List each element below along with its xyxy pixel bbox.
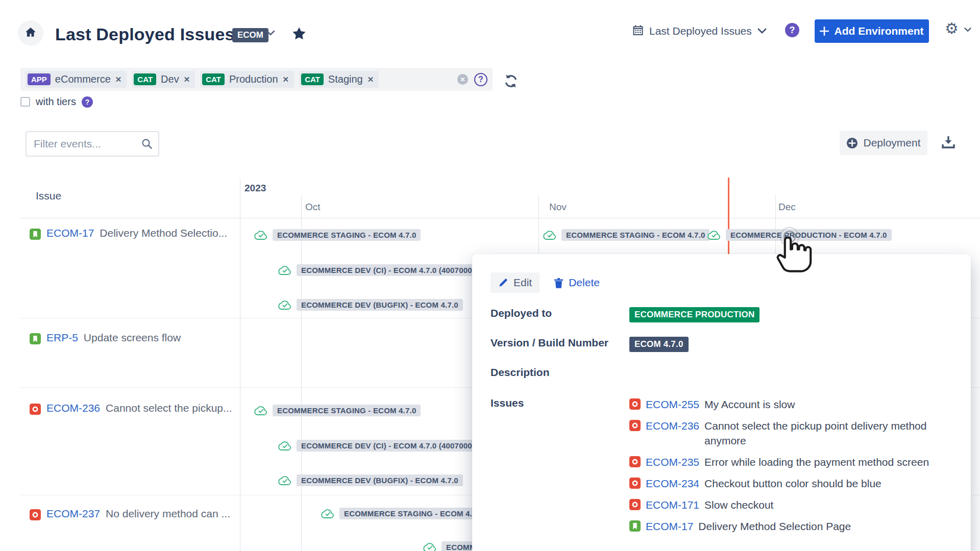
issue-key-link[interactable]: ECOM-171 bbox=[646, 497, 699, 512]
cloud-check-icon bbox=[543, 230, 557, 240]
cloud-check-icon bbox=[278, 299, 292, 310]
deployment-event[interactable]: ECOMMERCE DEV (BUGFIX) - ECOM 4.7.0 bbox=[278, 473, 463, 487]
home-icon bbox=[24, 26, 37, 41]
bug-icon bbox=[30, 509, 41, 520]
table-header-divider bbox=[20, 218, 980, 218]
favorite-star-icon[interactable] bbox=[291, 26, 307, 44]
cloud-check-icon bbox=[278, 475, 292, 486]
field-description: Description bbox=[491, 366, 952, 379]
cloud-check-icon bbox=[254, 405, 268, 416]
list-item: ECOM-234 Checkout button color should be… bbox=[629, 476, 944, 491]
pencil-icon bbox=[498, 278, 508, 288]
trash-icon bbox=[554, 278, 564, 288]
issue-key-link[interactable]: ECOM-17 bbox=[46, 227, 94, 239]
list-item: ECOM-17 Delivery Method Selection Page bbox=[629, 519, 944, 534]
bug-icon bbox=[629, 456, 641, 467]
download-icon[interactable] bbox=[941, 135, 956, 152]
month-label-oct: Oct bbox=[305, 202, 321, 213]
bug-icon bbox=[629, 478, 641, 489]
deployment-event[interactable]: ECOMMERCE STAGING - ECOM 4.7.1 bbox=[321, 506, 487, 520]
with-tiers-help-icon[interactable]: ? bbox=[82, 96, 93, 108]
remove-chip-icon[interactable]: ✕ bbox=[184, 75, 190, 84]
deployment-event[interactable]: ECOMMERCE STAGING - ECOM 4.7.0 bbox=[543, 228, 709, 242]
search-icon bbox=[141, 138, 153, 150]
cloud-check-icon bbox=[707, 230, 721, 240]
table-row-issue: ECOM-17 Delivery Method Selectio... bbox=[30, 227, 234, 240]
list-item: ECOM-255 My Account is slow bbox=[629, 397, 944, 412]
view-selector-label: Last Deployed Issues bbox=[649, 25, 752, 37]
issue-column-header: Issue bbox=[36, 190, 61, 202]
chevron-down-icon bbox=[757, 28, 767, 35]
plus-circle-icon bbox=[846, 137, 858, 149]
field-version-build: Version / Build Number ECOM 4.7.0 bbox=[491, 337, 952, 352]
list-item: ECOM-235 Error while loading the payment… bbox=[629, 455, 944, 469]
issue-key-link[interactable]: ECOM-255 bbox=[646, 397, 699, 412]
filter-chip-cat-production[interactable]: CAT Production ✕ bbox=[200, 71, 294, 88]
today-marker-line bbox=[728, 178, 729, 255]
page-title: Last Deployed Issues bbox=[55, 24, 235, 44]
cloud-check-icon bbox=[254, 230, 268, 240]
home-button[interactable] bbox=[18, 20, 43, 46]
add-deployment-button[interactable]: Deployment bbox=[840, 131, 927, 155]
month-label-dec: Dec bbox=[778, 202, 796, 213]
deployment-event[interactable]: ECOMMERCE DEV (BUGFIX) - ECOM 4.7.0 bbox=[278, 297, 463, 312]
filter-chip-app[interactable]: APP eCommerce ✕ bbox=[26, 71, 127, 88]
bug-icon bbox=[629, 420, 641, 431]
delete-button[interactable]: Delete bbox=[550, 272, 604, 293]
with-tiers-checkbox[interactable] bbox=[20, 97, 30, 107]
issue-key-link[interactable]: ECOM-234 bbox=[646, 476, 699, 491]
story-icon bbox=[30, 333, 41, 344]
field-deployed-to: Deployed to ECOMMERCE PRODUCTION bbox=[491, 307, 952, 322]
table-row-issue: ECOM-237 No delivery method can ... bbox=[30, 507, 234, 520]
list-item: ECOM-236 Cannot select the pickup point … bbox=[629, 418, 944, 448]
filter-chip-cat-staging[interactable]: CAT Staging ✕ bbox=[299, 71, 379, 88]
remove-chip-icon[interactable]: ✕ bbox=[368, 75, 374, 84]
deployment-event[interactable]: ECOMMERCE DEV (CI) - ECOM 4.7.0 (4007000… bbox=[278, 438, 488, 453]
cloud-check-icon bbox=[423, 542, 437, 551]
filter-events-input[interactable] bbox=[26, 131, 159, 157]
issue-key-link[interactable]: ECOM-237 bbox=[46, 508, 100, 520]
field-issues: Issues ECOM-255 My Account is slow ECOM-… bbox=[491, 397, 952, 540]
deployment-event[interactable]: ECOMMERCE STAGING - ECOM 4.7.0 bbox=[254, 403, 421, 417]
chevron-down-icon[interactable] bbox=[964, 26, 972, 35]
issue-key-link[interactable]: ECOM-236 bbox=[46, 402, 100, 414]
deployment-event[interactable]: ECOMMERCE STAGING - ECOM 4.7.0 bbox=[254, 228, 421, 242]
issue-key-link[interactable]: ECOM-236 bbox=[646, 418, 699, 433]
view-selector-dropdown[interactable]: Last Deployed Issues bbox=[632, 24, 767, 38]
remove-chip-icon[interactable]: ✕ bbox=[283, 75, 289, 84]
edit-button[interactable]: Edit bbox=[491, 272, 540, 293]
with-tiers-option: with tiers ? bbox=[20, 96, 93, 108]
filter-help-icon[interactable]: ? bbox=[474, 73, 487, 86]
cloud-check-icon bbox=[278, 265, 292, 276]
clear-filters-icon[interactable]: ✕ bbox=[457, 74, 468, 85]
gear-icon[interactable]: ⚙ bbox=[945, 19, 959, 37]
list-item: ECOM-171 Slow checkout bbox=[629, 497, 944, 512]
bug-icon bbox=[629, 398, 641, 410]
project-badge: ECOM bbox=[232, 28, 268, 42]
cloud-check-icon bbox=[278, 440, 292, 451]
issue-key-link[interactable]: ERP-5 bbox=[46, 332, 78, 344]
issue-key-link[interactable]: ECOM-235 bbox=[646, 455, 699, 469]
plus-icon bbox=[820, 27, 829, 36]
story-icon bbox=[30, 229, 41, 240]
filter-chip-cat-dev[interactable]: CAT Dev ✕ bbox=[132, 71, 195, 88]
issue-key-link[interactable]: ECOM-17 bbox=[646, 519, 693, 534]
help-icon[interactable]: ? bbox=[785, 23, 799, 37]
bug-icon bbox=[629, 499, 641, 510]
calendar-icon bbox=[632, 24, 644, 38]
table-row-issue: ERP-5 Update screens flow bbox=[30, 331, 234, 344]
timeline-month-gridline bbox=[301, 195, 302, 551]
story-icon bbox=[629, 520, 641, 532]
version-badge: ECOM 4.7.0 bbox=[629, 337, 689, 352]
timeline-year-label: 2023 bbox=[244, 183, 266, 194]
filter-bar: APP eCommerce ✕ CAT Dev ✕ CAT Production… bbox=[20, 68, 493, 91]
deployment-event[interactable]: ECOMMERCE DEV (CI) - ECOM 4.7.0 (4007000… bbox=[278, 263, 488, 277]
hand-cursor-icon bbox=[775, 231, 815, 274]
environment-badge: ECOMMERCE PRODUCTION bbox=[629, 307, 760, 322]
deployment-details-popup: Edit Delete Deployed to ECOMMERCE PRODUC… bbox=[472, 254, 971, 551]
remove-chip-icon[interactable]: ✕ bbox=[115, 75, 122, 84]
refresh-icon[interactable] bbox=[503, 73, 519, 91]
add-environment-button[interactable]: Add Environment bbox=[815, 19, 929, 43]
month-label-nov: Nov bbox=[549, 202, 567, 213]
chevron-down-icon[interactable] bbox=[265, 30, 276, 39]
